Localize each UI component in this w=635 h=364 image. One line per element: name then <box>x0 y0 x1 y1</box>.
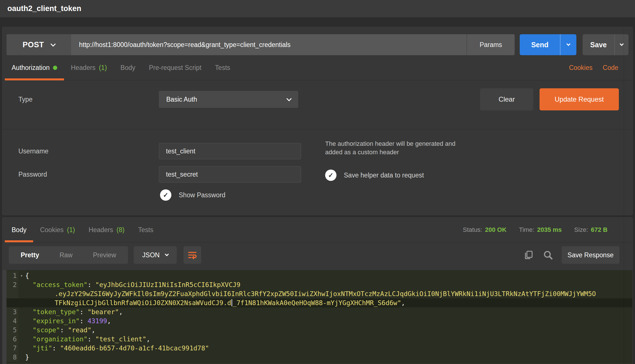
fold-spacer <box>18 298 25 307</box>
send-button[interactable]: Send <box>520 34 561 55</box>
save-helper-row: ✓ Save helper data to request <box>325 170 501 181</box>
request-titlebar: oauth2_client_token <box>0 0 635 18</box>
search-response-button[interactable] <box>542 249 554 261</box>
tab-tests[interactable]: Tests <box>208 55 237 80</box>
fold-toggle-icon[interactable]: ▾ <box>18 271 25 280</box>
show-password-checkbox[interactable]: ✓ <box>160 189 171 201</box>
chevron-down-icon <box>165 252 169 256</box>
response-body-code: 1▾{2"access_token": "eyJhbGciOiJIUzI1NiI… <box>7 270 632 364</box>
view-pretty[interactable]: Pretty <box>10 251 49 259</box>
code-text: .eyJzY29wZSI6WyJyZWFkIl0sIm9yZ2FuaXphdGl… <box>25 289 596 298</box>
response-tab-body[interactable]: Body <box>5 218 33 242</box>
search-icon <box>542 249 554 261</box>
tab-body[interactable]: Body <box>114 55 142 80</box>
tab-count: (1) <box>99 64 107 72</box>
auth-helper-line1: The authorization header will be generat… <box>325 140 501 148</box>
tab-headers[interactable]: Headers (1) <box>64 55 114 80</box>
code-text: "token_type": "bearer", <box>25 307 123 316</box>
code-text: { <box>25 271 29 280</box>
tab-label: Tests <box>215 64 230 72</box>
code-line: 8} <box>7 353 632 362</box>
code-line: 6"organization": "test_client", <box>7 335 632 344</box>
wrap-text-button[interactable] <box>184 246 201 264</box>
fold-spacer <box>18 280 25 289</box>
format-select[interactable]: JSON <box>134 246 177 264</box>
line-number: 5 <box>7 326 18 335</box>
username-input[interactable] <box>159 143 301 159</box>
view-raw[interactable]: Raw <box>49 251 83 259</box>
url-input[interactable] <box>71 34 466 55</box>
update-request-button[interactable]: Update Request <box>540 88 619 110</box>
save-button[interactable]: Save <box>583 34 615 55</box>
cookies-link[interactable]: Cookies <box>569 64 593 72</box>
tab-pre-request-script[interactable]: Pre-request Script <box>142 55 208 80</box>
time-label: Time: <box>519 226 534 234</box>
send-options-button[interactable] <box>561 34 576 55</box>
code-line: TFkNzgiLCJjbGllbnRfaWQiOiJ0ZXN0X2NsaWVud… <box>7 298 632 307</box>
tab-authorization[interactable]: Authorization <box>5 55 64 80</box>
username-row: Username <box>3 143 632 159</box>
copy-icon <box>523 249 534 261</box>
fold-spacer <box>18 335 25 344</box>
code-link[interactable]: Code <box>603 64 618 72</box>
code-text: TFkNzgiLCJjbGllbnRfaWQiOiJ0ZXN0X2NsaWVud… <box>25 298 405 307</box>
tab-label: Pre-request Script <box>149 64 201 72</box>
username-label: Username <box>3 147 159 155</box>
auth-actions: Clear Update Request <box>480 88 619 110</box>
chevron-down-icon <box>566 42 570 46</box>
fold-spacer <box>18 289 25 298</box>
save-helper-checkbox[interactable]: ✓ <box>325 170 336 181</box>
size-badge: Size: 672 B <box>574 226 608 234</box>
line-number <box>7 289 18 298</box>
method-label: POST <box>23 40 44 49</box>
time-value: 2035 ms <box>537 226 562 234</box>
tab-count: (8) <box>117 226 125 234</box>
fold-spacer <box>18 344 25 353</box>
text-cursor <box>231 299 232 306</box>
fold-spacer <box>18 353 25 362</box>
view-preview[interactable]: Preview <box>83 251 126 259</box>
code-text: "jti": "460eadd6-b657-4d70-a1cf-41bcac99… <box>25 344 209 353</box>
response-tab-headers[interactable]: Headers (8) <box>82 218 131 242</box>
tab-label: Headers <box>71 64 95 72</box>
code-line: 4"expires_in": 43199, <box>7 316 632 326</box>
line-number: 2 <box>7 280 18 289</box>
tab-label: Tests <box>138 226 154 234</box>
params-button[interactable]: Params <box>466 34 515 55</box>
save-button-group: Save <box>583 34 628 55</box>
line-number: 1 <box>7 271 18 280</box>
response-tab-cookies[interactable]: Cookies (1) <box>33 218 82 242</box>
status-badge: Status: 200 OK <box>463 226 506 234</box>
format-value: JSON <box>142 251 159 259</box>
tab-label: Cookies <box>40 226 63 234</box>
method-dropdown[interactable]: POST <box>7 34 71 55</box>
size-label: Size: <box>574 226 588 234</box>
copy-response-button[interactable] <box>523 249 534 261</box>
wrap-text-icon <box>187 250 197 260</box>
code-line: .eyJzY29wZSI6WyJyZWFkIl0sIm9yZ2FuaXphdGl… <box>7 289 632 298</box>
response-tab-tests[interactable]: Tests <box>131 218 160 242</box>
code-text: "expires_in": 43199, <box>25 316 111 326</box>
code-line: 2"access_token": "eyJhbGciOiJIUzI1NiIsIn… <box>7 280 632 289</box>
chevron-down-icon <box>51 41 56 46</box>
code-line: 5"scope": "read", <box>7 326 632 335</box>
code-line: 1▾{ <box>7 271 632 280</box>
save-response-button[interactable]: Save Response <box>562 246 619 264</box>
toolbar-right: Save Response <box>523 246 619 264</box>
auth-type-select[interactable]: Basic Auth <box>159 91 298 108</box>
response-panel: Body Cookies (1) Headers (8) Tests Statu… <box>2 217 633 364</box>
time-badge: Time: 2035 ms <box>519 226 562 234</box>
type-label: Type <box>3 96 159 103</box>
tab-label: Body <box>120 64 135 72</box>
password-input[interactable] <box>159 166 301 183</box>
code-text: "scope": "read", <box>25 326 95 335</box>
clear-button[interactable]: Clear <box>480 88 533 110</box>
auth-helper-text: The authorization header will be generat… <box>325 140 501 157</box>
url-field-container: Params <box>71 34 515 55</box>
line-number: 6 <box>7 335 18 344</box>
show-password-row: ✓ Show Password <box>160 189 632 201</box>
save-options-button[interactable] <box>615 34 628 55</box>
tab-label: Headers <box>89 226 113 234</box>
auth-helper-line2: added as a custom header <box>325 148 501 157</box>
response-body-viewer[interactable]: 1▾{2"access_token": "eyJhbGciOiJIUzI1NiI… <box>3 270 632 364</box>
